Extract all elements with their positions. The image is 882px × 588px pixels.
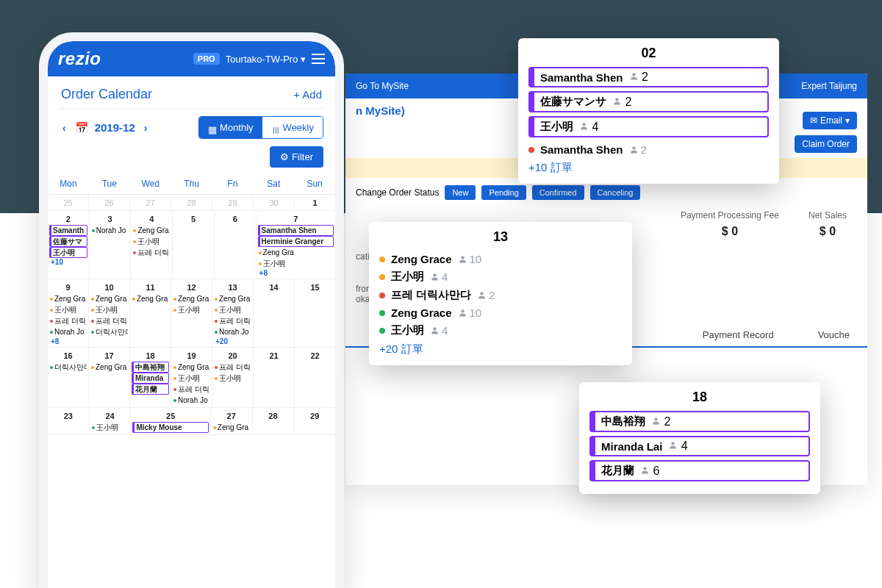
next-month-button[interactable]: ›: [141, 121, 151, 135]
calendar-cell[interactable]: 1: [295, 195, 335, 210]
calendar-cell[interactable]: 11Zeng Gra: [130, 279, 171, 347]
weekly-toggle[interactable]: ⫼Weekly: [262, 117, 323, 138]
calendar-cell[interactable]: 28: [171, 195, 212, 210]
more-link[interactable]: +10: [49, 258, 87, 266]
calendar-cell[interactable]: 16더릭사만다: [48, 348, 89, 407]
order-item[interactable]: 中島裕翔 2: [589, 411, 810, 432]
calendar-cell[interactable]: 15: [295, 279, 335, 347]
order-chip[interactable]: 王小明: [91, 422, 129, 433]
calendar-cell[interactable]: 19Zeng Gra王小明프레 더릭Norah Jo: [171, 348, 212, 407]
order-item[interactable]: Miranda Lai 4: [589, 436, 810, 456]
order-chip[interactable]: Micky Mouse: [132, 422, 208, 433]
monthly-toggle[interactable]: ▦Monthly: [199, 117, 262, 138]
order-chip[interactable]: 프레 더릭: [49, 315, 87, 326]
order-chip[interactable]: 中島裕翔: [132, 362, 169, 373]
status-confirmed-button[interactable]: Confirmed: [532, 185, 584, 200]
order-item[interactable]: Samantha Shen 2: [528, 67, 769, 87]
period-label[interactable]: 2019-12: [95, 121, 135, 134]
order-chip[interactable]: Norah Jo: [173, 395, 210, 406]
calendar-cell[interactable]: 6: [215, 211, 257, 279]
order-chip[interactable]: Zeng Gra: [173, 293, 210, 304]
order-chip[interactable]: Zeng Gra: [90, 362, 128, 373]
order-chip[interactable]: Samanth: [49, 225, 87, 236]
order-chip[interactable]: 프레 더릭: [214, 362, 251, 373]
order-chip[interactable]: Zeng Gra: [49, 293, 87, 304]
calendar-cell[interactable]: 5: [173, 211, 215, 279]
status-canceling-button[interactable]: Canceling: [590, 185, 641, 200]
more-link[interactable]: +8: [49, 337, 87, 345]
calendar-cell[interactable]: 29: [212, 195, 254, 210]
calendar-cell[interactable]: 17Zeng Gra: [89, 348, 130, 407]
order-item[interactable]: 王小明 4: [528, 116, 769, 137]
order-chip[interactable]: Zeng Gra: [173, 362, 210, 373]
order-chip[interactable]: 더릭사만다: [90, 326, 128, 337]
calendar-cell[interactable]: 21: [254, 348, 295, 407]
order-item[interactable]: Zeng Grace 10: [379, 251, 622, 268]
calendar-cell[interactable]: 25Micky Mouse: [131, 408, 210, 434]
calendar-cell[interactable]: 18中島裕翔Miranda花月蘭: [130, 348, 171, 407]
status-new-button[interactable]: New: [445, 185, 476, 200]
order-chip[interactable]: Zeng Gra: [132, 293, 169, 304]
calendar-cell[interactable]: 22: [295, 348, 335, 407]
calendar-cell[interactable]: 14: [254, 279, 295, 347]
order-item[interactable]: 프레 더릭사만다 2: [379, 286, 622, 304]
order-chip[interactable]: Zeng Gra: [212, 422, 251, 433]
order-chip[interactable]: 프레 더릭: [214, 315, 251, 326]
order-chip[interactable]: 王小明: [49, 247, 87, 258]
calendar-cell[interactable]: 10Zeng Gra王小明프레 더릭더릭사만다: [89, 279, 130, 347]
order-chip[interactable]: Norah Jo: [49, 326, 87, 337]
order-item[interactable]: 佐藤サマンサ 2: [528, 91, 769, 112]
status-pending-button[interactable]: Pending: [481, 185, 526, 200]
more-link[interactable]: +8: [258, 269, 334, 277]
prev-month-button[interactable]: ‹: [60, 121, 69, 135]
order-chip[interactable]: 프레 더릭: [132, 247, 171, 258]
order-chip[interactable]: Zeng Gra: [258, 247, 334, 258]
hamburger-icon[interactable]: [312, 54, 325, 64]
calendar-cell[interactable]: 20프레 더릭王小明: [212, 348, 254, 407]
calendar-cell[interactable]: 28: [253, 408, 295, 434]
order-chip[interactable]: Samantha Shen: [258, 225, 334, 236]
order-chip[interactable]: 王小明: [132, 236, 171, 247]
org-select[interactable]: Tourtako-TW-Pro ▾: [226, 54, 306, 65]
calendar-cell[interactable]: 25: [48, 195, 89, 210]
calendar-cell[interactable]: 27Zeng Gra: [211, 408, 253, 434]
calendar-cell[interactable]: 12Zeng Gra王小明: [171, 279, 212, 347]
go-to-mysite-link[interactable]: Go To MySite: [356, 81, 409, 91]
order-chip[interactable]: 花月蘭: [132, 384, 169, 395]
claim-order-button[interactable]: Claim Order: [795, 135, 857, 153]
order-chip[interactable]: Zeng Gra: [132, 225, 171, 236]
order-chip[interactable]: 王小明: [258, 258, 334, 269]
order-chip[interactable]: Herminie Granger: [258, 236, 334, 247]
calendar-cell[interactable]: 27: [130, 195, 171, 210]
order-chip[interactable]: Norah Jo: [91, 225, 129, 236]
tab-voucher[interactable]: Vouche: [811, 323, 857, 346]
calendar-cell[interactable]: 23: [48, 408, 90, 434]
calendar-cell[interactable]: 3Norah Jo: [90, 211, 132, 279]
order-chip[interactable]: 佐藤サマ: [49, 236, 87, 247]
order-chip[interactable]: Zeng Gra: [90, 293, 128, 304]
calendar-icon[interactable]: 📅: [75, 121, 89, 135]
calendar-cell[interactable]: 29: [294, 408, 335, 434]
order-chip[interactable]: 王小明: [90, 304, 128, 315]
filter-button[interactable]: ⚙Filter: [270, 146, 323, 168]
order-chip[interactable]: Miranda: [132, 373, 169, 384]
order-chip[interactable]: 王小明: [214, 304, 251, 315]
order-item[interactable]: 王小明 4: [379, 321, 622, 340]
calendar-cell[interactable]: 9Zeng Gra王小明프레 더릭Norah Jo+8: [48, 279, 89, 347]
calendar-cell[interactable]: 24王小明: [90, 408, 132, 434]
order-chip[interactable]: 프레 더릭: [173, 384, 210, 395]
order-chip[interactable]: Zeng Gra: [214, 293, 251, 304]
order-chip[interactable]: 더릭사만다: [49, 362, 87, 373]
order-item[interactable]: 王小明 4: [379, 268, 622, 286]
tab-payment-record[interactable]: Payment Record: [695, 323, 781, 346]
order-chip[interactable]: Norah Jo: [214, 326, 251, 337]
calendar-cell[interactable]: 2Samanth佐藤サマ王小明+10: [48, 211, 90, 279]
email-button[interactable]: ✉ Email ▾: [803, 112, 857, 129]
add-button[interactable]: + Add: [293, 88, 322, 101]
more-orders-link[interactable]: +20 訂單: [379, 343, 622, 356]
calendar-cell[interactable]: 4Zeng Gra王小明프레 더릭: [131, 211, 173, 279]
calendar-cell[interactable]: 13Zeng Gra王小明프레 더릭Norah Jo+20: [212, 279, 254, 347]
order-chip[interactable]: 王小明: [49, 304, 87, 315]
calendar-cell[interactable]: 30: [254, 195, 295, 210]
more-orders-link[interactable]: +10 訂單: [528, 161, 769, 175]
